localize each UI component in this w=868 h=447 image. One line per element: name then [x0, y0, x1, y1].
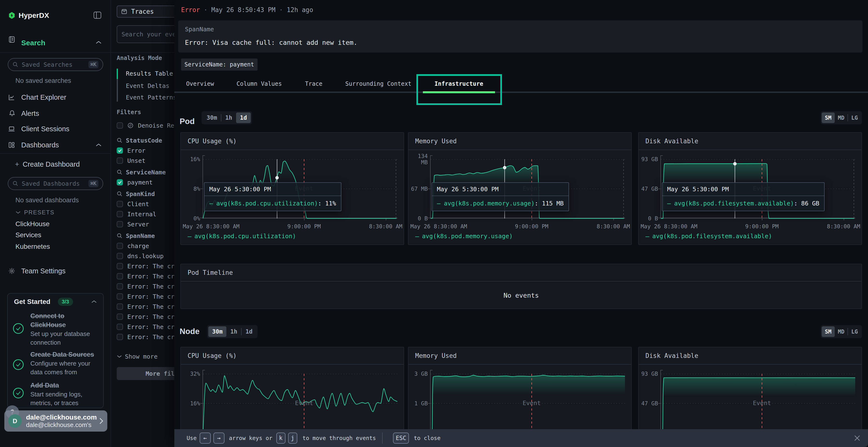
esc-key[interactable]: ESC — [393, 433, 409, 444]
checkbox[interactable] — [117, 122, 123, 129]
size-sm[interactable]: SM — [822, 112, 835, 123]
filter-option-dns-lookup[interactable]: dns.lookup — [117, 252, 164, 260]
preset-services[interactable]: Services — [16, 231, 41, 239]
checkbox[interactable] — [117, 324, 123, 330]
filter-option-error-span[interactable]: Error: The cr — [117, 302, 174, 311]
mode-track — [117, 79, 118, 102]
saved-dashboards-input[interactable]: Saved Dashboards ⌘K — [8, 177, 103, 190]
get-started-badge: 3/3 — [58, 298, 73, 306]
filter-option-error-span[interactable]: Error: The cr — [117, 282, 174, 291]
preset-kubernetes[interactable]: Kubernetes — [16, 243, 50, 250]
checkbox[interactable] — [117, 201, 123, 207]
range-1h[interactable]: 1h — [226, 326, 241, 337]
range-1d[interactable]: 1d — [242, 326, 256, 337]
filter-option-error-span[interactable]: Error: The cr — [117, 272, 174, 281]
search-icon[interactable] — [117, 138, 123, 143]
close-icon[interactable] — [854, 435, 861, 442]
checkbox[interactable] — [117, 294, 123, 300]
filter-option-payment[interactable]: payment — [117, 178, 153, 187]
mode-event-patterns[interactable]: Event Patterns — [126, 93, 174, 102]
size-lg[interactable]: LG — [848, 112, 861, 123]
y-axis-label: 67 MB — [408, 186, 428, 192]
saved-searches-input[interactable]: Saved Searches ⌘K — [8, 58, 103, 71]
search-icon[interactable] — [117, 233, 123, 239]
arrow-left-key[interactable]: ← — [199, 433, 211, 444]
get-started-step-connect[interactable]: Connect to ClickHouseSet up your databas… — [13, 312, 98, 347]
chart-title: Disk Available — [639, 347, 862, 365]
sidebar-collapse-icon[interactable] — [94, 11, 101, 20]
filter-option-error[interactable]: Error — [117, 146, 145, 155]
checkbox[interactable] — [117, 243, 123, 249]
sidebar-item-chart-explorer[interactable]: Chart Explorer — [21, 94, 66, 101]
size-sm[interactable]: SM — [822, 326, 835, 337]
range-30m[interactable]: 30m — [203, 112, 221, 123]
search-icon[interactable] — [117, 191, 123, 197]
sidebar-item-client-sessions[interactable]: Client Sessions — [21, 125, 69, 133]
filter-option-error-span[interactable]: Error: The cr — [117, 312, 174, 321]
get-started-step-add-data[interactable]: Add DataStart sending logs, metrics, or … — [13, 381, 98, 407]
filter-option-charge[interactable]: charge — [117, 242, 149, 250]
checkbox[interactable] — [117, 221, 123, 227]
checkbox-checked[interactable] — [117, 147, 123, 153]
create-dashboard-button[interactable]: Create Dashboard — [23, 161, 80, 168]
filter-option-error-span[interactable]: Error: The cr — [117, 333, 174, 341]
checkbox[interactable] — [117, 334, 123, 340]
user-email: dale@clickhouse.com — [26, 414, 95, 421]
filter-option-client[interactable]: Client — [117, 200, 149, 208]
search-filters-panel: Traces Search your events Analysis Mode … — [111, 0, 174, 447]
tab-column-values[interactable]: Column Values — [237, 80, 282, 87]
sidebar-item-alerts[interactable]: Alerts — [21, 110, 39, 117]
range-1d[interactable]: 1d — [236, 112, 251, 123]
size-lg[interactable]: LG — [848, 326, 861, 337]
filter-option-server[interactable]: Server — [117, 220, 149, 229]
checkbox[interactable] — [117, 263, 123, 269]
search-query-input[interactable]: Search your events — [117, 25, 174, 43]
y-axis-label: 0 B — [639, 215, 658, 221]
checkbox[interactable] — [117, 304, 123, 310]
checkbox-checked[interactable] — [117, 179, 123, 185]
filter-option-error-span[interactable]: Error: The cr — [117, 322, 174, 331]
dashboards-collapse-chevron-icon[interactable] — [95, 143, 102, 148]
tab-trace[interactable]: Trace — [305, 80, 322, 87]
checkbox[interactable] — [117, 211, 123, 217]
tab-surrounding-context[interactable]: Surrounding Context — [345, 80, 411, 87]
size-md[interactable]: MD — [835, 326, 848, 337]
filter-option-unset[interactable]: Unset — [117, 156, 145, 165]
size-md[interactable]: MD — [835, 112, 848, 123]
get-started-collapse-chevron-icon[interactable] — [91, 300, 97, 304]
filter-option-error-span[interactable]: Error: The cr — [117, 292, 174, 301]
alerts-bell-icon — [9, 110, 16, 117]
checkbox[interactable] — [117, 283, 123, 289]
range-1h[interactable]: 1h — [221, 112, 236, 123]
j-key[interactable]: j — [288, 433, 297, 444]
search-collapse-chevron-icon[interactable] — [95, 40, 102, 45]
source-select[interactable]: Traces — [117, 5, 174, 18]
k-key[interactable]: k — [276, 433, 285, 444]
checkbox[interactable] — [117, 158, 123, 164]
more-filters-button[interactable]: More filters — [117, 367, 174, 380]
get-started-step-sources[interactable]: Create Data SourcesConfigure where your … — [13, 350, 100, 376]
chart-legend: —avg(k8s.pod.filesystem.available) — [646, 232, 772, 240]
search-icon[interactable] — [117, 169, 123, 175]
user-menu[interactable]: D dale@clickhouse.com dale@clickhouse.co… — [4, 410, 107, 432]
range-30m[interactable]: 30m — [208, 326, 226, 337]
filter-option-internal[interactable]: Internal — [117, 210, 156, 218]
presets-chevron-icon[interactable] — [16, 210, 21, 215]
sidebar-item-search[interactable]: Search — [21, 39, 45, 47]
presets-label[interactable]: PRESETS — [24, 209, 55, 216]
arrow-right-key[interactable]: → — [213, 433, 224, 444]
filter-option-error-span[interactable]: Error: The cr — [117, 262, 174, 271]
y-axis-label: 1 GB — [408, 400, 428, 407]
sidebar-item-dashboards[interactable]: Dashboards — [21, 141, 59, 149]
checkbox[interactable] — [117, 273, 123, 279]
checkbox[interactable] — [117, 253, 123, 259]
preset-clickhouse[interactable]: ClickHouse — [16, 220, 50, 228]
service-name-tag[interactable]: ServiceName: payment — [181, 59, 257, 71]
show-more-toggle[interactable]: Show more — [117, 352, 157, 361]
checkbox[interactable] — [117, 314, 123, 320]
mode-results-table[interactable]: Results Table — [126, 69, 173, 78]
denoise-filter[interactable]: Denoise Results — [117, 121, 174, 130]
mode-event-deltas[interactable]: Event Deltas — [126, 81, 169, 90]
sidebar-item-team-settings[interactable]: Team Settings — [21, 267, 66, 275]
tab-overview[interactable]: Overview — [186, 80, 214, 87]
